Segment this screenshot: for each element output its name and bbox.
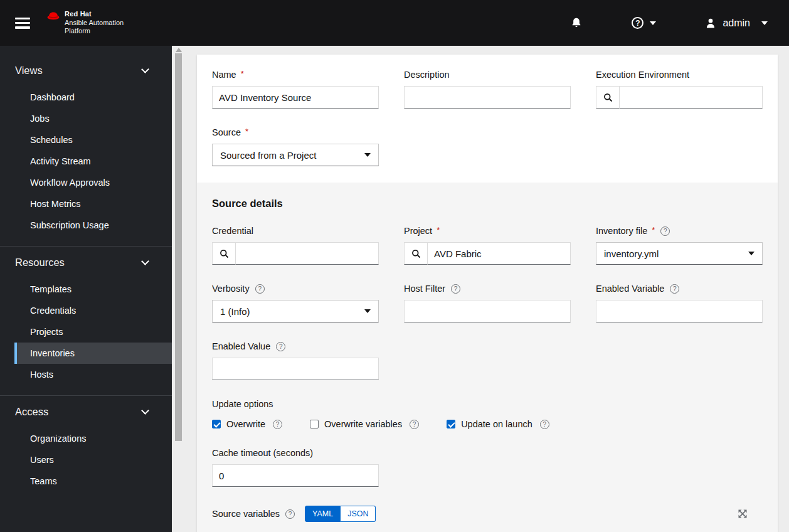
update-options-label: Update options	[212, 399, 763, 409]
source-variables-row: Source variables ? YAML JSON	[212, 506, 763, 522]
help-menu-button[interactable]: ?	[628, 13, 660, 33]
cache-timeout-label: Cache timeout (seconds)	[212, 448, 313, 458]
sidebar-item-workflow-approvals[interactable]: Workflow Approvals	[14, 172, 172, 193]
search-icon	[220, 249, 229, 258]
field-name: Name *	[212, 70, 379, 109]
chevron-down-icon	[141, 407, 149, 415]
brand-name: Red Hat	[65, 10, 124, 19]
field-credential: Credential	[212, 226, 379, 265]
sidebar-item-subscription-usage[interactable]: Subscription Usage	[14, 215, 172, 236]
verbosity-value: 1 (Info)	[220, 306, 250, 317]
project-input[interactable]	[428, 242, 571, 265]
update-options-group: Update options Overwrite ? Overwrite var…	[212, 399, 763, 429]
caret-down-icon	[364, 153, 371, 157]
sidebar-item-activity-stream[interactable]: Activity Stream	[14, 151, 172, 172]
field-enabled-variable: Enabled Variable ?	[596, 284, 763, 322]
search-icon	[411, 249, 421, 258]
json-toggle-button[interactable]: JSON	[341, 506, 376, 522]
editor-expand-button[interactable]	[738, 509, 748, 519]
host-filter-input[interactable]	[404, 300, 571, 322]
expand-arrows-icon	[738, 509, 748, 519]
help-icon[interactable]: ?	[660, 226, 670, 236]
execution-environment-input[interactable]	[620, 86, 763, 109]
help-icon[interactable]: ?	[276, 342, 285, 351]
update-on-launch-checkbox[interactable]	[447, 420, 455, 428]
hamburger-bar	[15, 22, 30, 24]
inventory-file-value: inventory.yml	[604, 248, 659, 259]
bell-icon	[570, 17, 583, 29]
divider	[0, 246, 172, 247]
help-icon[interactable]: ?	[255, 284, 265, 294]
overwrite-variables-checkbox[interactable]	[310, 420, 319, 428]
sidebar-item-host-metrics[interactable]: Host Metrics	[14, 193, 172, 215]
required-asterisk: *	[437, 225, 440, 235]
description-label: Description	[404, 70, 450, 80]
nav-toggle-hamburger-icon[interactable]	[15, 18, 30, 29]
name-input[interactable]	[212, 86, 379, 109]
field-enabled-value: Enabled Value ?	[212, 341, 379, 380]
sidebar-item-hosts[interactable]: Hosts	[14, 364, 172, 385]
source-select[interactable]: Sourced from a Project	[212, 144, 379, 166]
user-icon	[705, 18, 716, 29]
section-label: Resources	[15, 257, 65, 269]
field-host-filter: Host Filter ?	[404, 284, 571, 322]
sidebar-section-views[interactable]: Views	[0, 58, 172, 83]
enabled-value-input[interactable]	[212, 358, 379, 380]
field-project: Project *	[404, 226, 571, 265]
sidebar-item-credentials[interactable]: Credentials	[14, 300, 172, 321]
sidebar-item-projects[interactable]: Projects	[14, 321, 172, 343]
help-icon[interactable]: ?	[273, 420, 282, 429]
question-circle-icon: ?	[632, 17, 643, 29]
user-menu-button[interactable]: admin	[701, 14, 771, 33]
overwrite-checkbox[interactable]	[212, 420, 221, 428]
execution-environment-lookup-button[interactable]	[596, 86, 620, 109]
sidebar-scrollbar[interactable]	[174, 46, 183, 532]
sidebar-item-templates[interactable]: Templates	[14, 279, 172, 300]
help-icon[interactable]: ?	[410, 420, 419, 429]
sidebar-item-organizations[interactable]: Organizations	[14, 428, 172, 449]
brand-product-line2: Platform	[65, 27, 124, 36]
verbosity-select[interactable]: 1 (Info)	[212, 300, 379, 322]
sidebar-item-jobs[interactable]: Jobs	[14, 108, 172, 129]
notifications-button[interactable]	[566, 13, 586, 33]
field-description: Description	[404, 70, 571, 109]
sidebar-item-inventories[interactable]: Inventories	[14, 343, 172, 364]
sidebar-section-resources[interactable]: Resources	[0, 250, 172, 275]
help-icon[interactable]: ?	[285, 509, 295, 519]
help-icon[interactable]: ?	[451, 284, 460, 294]
inventory-file-label: Inventory file	[596, 226, 647, 236]
description-input[interactable]	[404, 86, 571, 109]
source-details-title: Source details	[212, 198, 763, 210]
credential-label: Credential	[212, 226, 253, 236]
sidebar-item-teams[interactable]: Teams	[14, 471, 172, 492]
inventory-file-select[interactable]: inventory.yml	[596, 242, 763, 265]
cache-timeout-input[interactable]	[212, 464, 379, 487]
required-asterisk: *	[245, 127, 248, 136]
update-on-launch-label: Update on launch	[461, 419, 532, 429]
name-label: Name	[212, 70, 236, 80]
divider	[0, 395, 172, 396]
execution-environment-label: Execution Environment	[596, 70, 689, 80]
credential-lookup-button[interactable]	[212, 242, 236, 265]
scrollbar-thumb[interactable]	[175, 53, 182, 441]
chevron-down-icon	[761, 21, 768, 25]
sidebar-item-users[interactable]: Users	[14, 449, 172, 471]
help-icon[interactable]: ?	[540, 420, 549, 429]
sidebar-item-schedules[interactable]: Schedules	[14, 129, 172, 151]
credential-input[interactable]	[236, 242, 379, 265]
sidebar-section-access[interactable]: Access	[0, 400, 172, 424]
enabled-variable-input[interactable]	[596, 300, 763, 322]
enabled-variable-label: Enabled Variable	[596, 284, 664, 294]
sidebar-item-dashboard[interactable]: Dashboard	[14, 87, 172, 108]
help-icon[interactable]: ?	[670, 284, 679, 294]
redhat-fedora-icon	[46, 11, 60, 21]
overwrite-variables-option: Overwrite variables ?	[310, 419, 419, 429]
project-lookup-button[interactable]	[404, 242, 428, 265]
caret-down-icon	[364, 309, 371, 313]
overwrite-option: Overwrite ?	[212, 419, 282, 429]
overwrite-label: Overwrite	[226, 419, 265, 429]
scrollbar-up-arrow-icon[interactable]	[176, 48, 182, 52]
yaml-toggle-button[interactable]: YAML	[305, 506, 341, 522]
section-label: Views	[15, 65, 43, 77]
brand-product-line1: Ansible Automation	[65, 19, 124, 28]
